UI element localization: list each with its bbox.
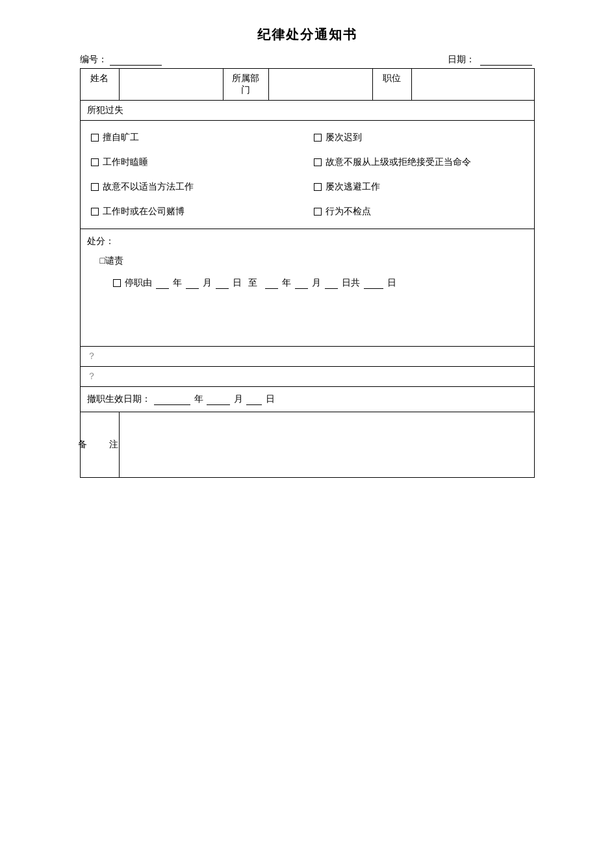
notes-row: 备 注 <box>80 412 534 478</box>
offense-sleep: 工作时瞌睡 <box>91 153 301 171</box>
name-label: 姓名 <box>90 73 109 83</box>
suspension-year-from[interactable] <box>156 278 169 289</box>
question-text-1: ？ <box>87 351 96 361</box>
suspension-day-from-label: 日 <box>233 277 242 289</box>
suspension-month-from[interactable] <box>186 278 199 289</box>
info-row: 姓名 所属部门 职位 <box>80 69 534 101</box>
offense-avoid-work-text: 屡次逃避工作 <box>326 178 380 196</box>
offenses-section-label: 所犯过失 <box>87 105 123 115</box>
dismissal-month-blank[interactable] <box>207 394 230 405</box>
number-field: 编号： <box>80 54 164 66</box>
punishment-suspension: 停职由 年 月 日 至 年 月 <box>113 277 528 289</box>
date-underline[interactable] <box>480 55 532 66</box>
offense-late-text: 屡次迟到 <box>326 129 362 147</box>
offense-wrong-method: 故意不以适当方法工作 <box>91 178 301 196</box>
dismissal-label: 撤职生效日期： <box>87 394 151 404</box>
suspension-year-from-label: 年 <box>173 277 182 289</box>
offense-grid: 擅自旷工 屡次迟到 工作时瞌睡 故意不服从上级或拒绝接受正当命令 <box>91 126 524 223</box>
checkbox-misconduct[interactable] <box>314 208 322 216</box>
number-label: 编号： <box>80 54 107 66</box>
dismissal-row: 撤职生效日期： 年 月 日 <box>80 387 534 412</box>
offenses-header-cell: 所犯过失 <box>80 101 534 121</box>
name-label-cell: 姓名 <box>80 69 119 101</box>
notes-area: 备 注 <box>81 412 534 477</box>
suspension-label: 停职由 <box>125 277 152 289</box>
dismissal-day-suffix: 日 <box>266 394 275 404</box>
suspension-to-label: 至 <box>248 277 257 289</box>
offense-absent-text: 擅自旷工 <box>103 129 139 147</box>
reprimand-label: □谴责 <box>100 255 123 267</box>
punishment-area: 处分： □谴责 停职由 年 月 <box>81 229 534 346</box>
checkbox-sleep[interactable] <box>91 158 99 166</box>
notes-label-cell: 备 注 <box>81 412 120 477</box>
dismissal-day-blank[interactable] <box>246 394 262 405</box>
document-title: 纪律处分通知书 <box>80 26 535 43</box>
suspension-total-unit: 日 <box>387 277 396 289</box>
offenses-content-row: 擅自旷工 屡次迟到 工作时瞌睡 故意不服从上级或拒绝接受正当命令 <box>80 121 534 229</box>
offense-absent: 擅自旷工 <box>91 129 301 147</box>
dept-label-cell: 所属部门 <box>223 69 268 101</box>
header-row: 编号： 日期： <box>80 54 535 66</box>
question-row-1: ？ <box>80 347 534 367</box>
punishment-reprimand: □谴责 <box>100 255 528 267</box>
punishment-options: □谴责 停职由 年 月 日 至 <box>87 255 528 289</box>
notes-label-text: 备 注 <box>78 439 121 451</box>
offense-disobey: 故意不服从上级或拒绝接受正当命令 <box>314 153 524 171</box>
offense-avoid-work: 屡次逃避工作 <box>314 178 524 196</box>
offense-gamble: 工作时或在公司赌博 <box>91 203 301 221</box>
dismissal-cell: 撤职生效日期： 年 月 日 <box>80 387 534 412</box>
dismissal-year-blank[interactable] <box>154 394 190 405</box>
question-cell-2: ？ <box>80 367 534 387</box>
suspension-year-to[interactable] <box>265 278 278 289</box>
offense-misconduct-text: 行为不检点 <box>326 203 371 221</box>
checkbox-late[interactable] <box>314 134 322 142</box>
suspension-year-to-label: 年 <box>282 277 291 289</box>
offense-misconduct: 行为不检点 <box>314 203 524 221</box>
offenses-content-cell: 擅自旷工 屡次迟到 工作时瞌睡 故意不服从上级或拒绝接受正当命令 <box>80 121 534 229</box>
checkbox-absent[interactable] <box>91 134 99 142</box>
dept-value-cell[interactable] <box>268 69 372 101</box>
suspension-day-from[interactable] <box>216 278 229 289</box>
main-table: 姓名 所属部门 职位 所犯过失 擅自旷 <box>80 68 535 478</box>
checkbox-avoid-work[interactable] <box>314 183 322 191</box>
question-text-2: ？ <box>87 371 96 381</box>
suspension-day-to-label: 日共 <box>342 277 360 289</box>
dismissal-month-suffix: 月 <box>234 394 243 404</box>
punishment-title: 处分： <box>87 236 528 247</box>
notes-content[interactable] <box>120 412 534 477</box>
punishment-row: 处分： □谴责 停职由 年 月 <box>80 229 534 347</box>
suspension-month-to-label: 月 <box>312 277 321 289</box>
suspension-month-from-label: 月 <box>203 277 212 289</box>
position-label-cell: 职位 <box>372 69 411 101</box>
notes-cell: 备 注 <box>80 412 534 478</box>
document-page: 纪律处分通知书 编号： 日期： 姓名 所属部门 职位 <box>80 26 535 478</box>
offense-disobey-text: 故意不服从上级或拒绝接受正当命令 <box>326 153 471 171</box>
checkbox-disobey[interactable] <box>314 158 322 166</box>
name-value-cell[interactable] <box>119 69 223 101</box>
position-value-cell[interactable] <box>411 69 534 101</box>
suspension-total-blank[interactable] <box>364 278 383 289</box>
date-label: 日期： <box>448 55 475 64</box>
suspension-month-to[interactable] <box>295 278 308 289</box>
checkbox-wrong-method[interactable] <box>91 183 99 191</box>
dismissal-year-suffix: 年 <box>194 394 203 404</box>
offense-wrong-method-text: 故意不以适当方法工作 <box>103 178 194 196</box>
question-row-2: ？ <box>80 367 534 387</box>
question-cell-1: ？ <box>80 347 534 367</box>
offense-gamble-text: 工作时或在公司赌博 <box>103 203 185 221</box>
checkbox-suspension[interactable] <box>113 279 121 287</box>
position-label: 职位 <box>383 73 401 83</box>
date-field: 日期： <box>448 54 535 66</box>
offense-late: 屡次迟到 <box>314 129 524 147</box>
dept-label: 所属部门 <box>232 73 259 95</box>
number-underline[interactable] <box>110 55 162 66</box>
checkbox-gamble[interactable] <box>91 208 99 216</box>
offense-sleep-text: 工作时瞌睡 <box>103 153 148 171</box>
suspension-day-to[interactable] <box>325 278 338 289</box>
offenses-header-row: 所犯过失 <box>80 101 534 121</box>
punishment-cell: 处分： □谴责 停职由 年 月 <box>80 229 534 347</box>
